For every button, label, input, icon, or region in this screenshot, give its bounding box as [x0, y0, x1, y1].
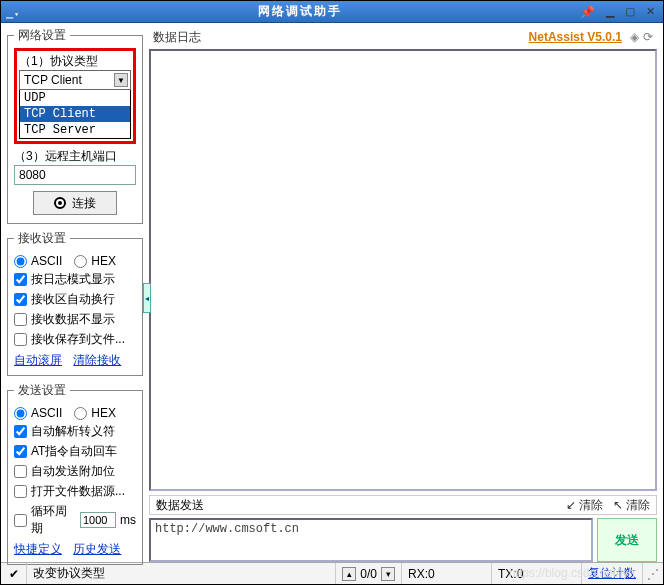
recv-hide-label[interactable]: 接收数据不显示: [31, 311, 115, 328]
send-cycle-unit: ms: [120, 513, 136, 527]
send-ascii-label[interactable]: ASCII: [31, 406, 62, 420]
protocol-selected-value: TCP Client: [24, 73, 82, 87]
recv-ascii-label[interactable]: ASCII: [31, 254, 62, 268]
recv-hide-check[interactable]: [14, 313, 27, 326]
receive-legend: 接收设置: [14, 230, 70, 247]
send-escape-label[interactable]: 自动解析转义符: [31, 423, 115, 440]
pin-icon[interactable]: 📌: [579, 4, 595, 20]
counter-next-button[interactable]: ▾: [381, 567, 395, 581]
port-input[interactable]: [14, 165, 136, 185]
clear-up-button[interactable]: ↖清除: [613, 497, 650, 514]
arrow-up-icon: ↖: [613, 498, 623, 512]
left-panel: 网络设置 （1）协议类型 TCP Client ▼ UDP TCP Client…: [1, 23, 149, 562]
protocol-dropdown-list: UDP TCP Client TCP Server: [19, 89, 131, 139]
status-rx: RX:0: [402, 563, 492, 584]
send-title: 数据发送: [156, 497, 204, 514]
send-shortcut-link[interactable]: 快捷定义: [14, 542, 62, 556]
send-extra-label[interactable]: 自动发送附加位: [31, 463, 115, 480]
recv-wrap-label[interactable]: 接收区自动换行: [31, 291, 115, 308]
log-textarea[interactable]: [149, 49, 657, 491]
send-hex-radio[interactable]: [74, 407, 87, 420]
status-counter: 0/0: [360, 567, 377, 581]
refresh-icon[interactable]: ⟳: [643, 30, 653, 44]
protocol-option-tcp-server[interactable]: TCP Server: [20, 122, 130, 138]
close-button[interactable]: ✕: [641, 4, 659, 20]
protocol-highlight-box: （1）协议类型 TCP Client ▼ UDP TCP Client TCP …: [14, 48, 136, 144]
send-legend: 发送设置: [14, 382, 70, 399]
send-input[interactable]: http://www.cmsoft.cn: [149, 518, 593, 562]
send-file-label[interactable]: 打开文件数据源...: [31, 483, 125, 500]
right-panel: ◂ 数据日志 NetAssist V5.0.1 ◈ ⟳ 数据发送 ↙清除 ↖清除…: [149, 23, 663, 562]
brand-link[interactable]: NetAssist V5.0.1: [529, 30, 622, 44]
recv-logmode-check[interactable]: [14, 273, 27, 286]
gem-icon[interactable]: ◈: [630, 30, 639, 44]
send-extra-check[interactable]: [14, 465, 27, 478]
network-legend: 网络设置: [14, 27, 70, 44]
send-history-link[interactable]: 历史发送: [73, 542, 121, 556]
log-title: 数据日志: [153, 29, 201, 46]
status-tx: TX:0: [492, 563, 582, 584]
protocol-option-udp[interactable]: UDP: [20, 90, 130, 106]
status-message: 改变协议类型: [27, 563, 336, 584]
protocol-dropdown[interactable]: TCP Client ▼: [19, 70, 131, 90]
send-atcr-check[interactable]: [14, 445, 27, 458]
recv-hex-radio[interactable]: [74, 255, 87, 268]
status-reset-cell: 复位计数: [582, 563, 643, 584]
send-cycle-check[interactable]: [14, 514, 27, 527]
protocol-option-tcp-client[interactable]: TCP Client: [20, 106, 130, 122]
counter-prev-button[interactable]: ▴: [342, 567, 356, 581]
dropdown-arrow-icon[interactable]: ▼: [114, 73, 128, 87]
splitter-handle[interactable]: ◂: [143, 283, 151, 313]
receive-settings-group: 接收设置 ASCII HEX 按日志模式显示 接收区自动换行 接收数据不显示 接…: [7, 230, 143, 376]
protocol-label: （1）协议类型: [19, 53, 131, 70]
status-counter-cell: ▴ 0/0 ▾: [336, 563, 402, 584]
send-cycle-label[interactable]: 循环周期: [31, 503, 76, 537]
port-label: （3）远程主机端口: [14, 148, 136, 165]
recv-save-check[interactable]: [14, 333, 27, 346]
recv-ascii-radio[interactable]: [14, 255, 27, 268]
system-menu-icon[interactable]: ⎯▾: [5, 4, 21, 20]
recv-wrap-check[interactable]: [14, 293, 27, 306]
resize-grip-icon[interactable]: ⋰: [643, 567, 663, 581]
recv-autoscroll-link[interactable]: 自动滚屏: [14, 353, 62, 367]
send-escape-check[interactable]: [14, 425, 27, 438]
send-cycle-input[interactable]: [80, 512, 116, 528]
network-settings-group: 网络设置 （1）协议类型 TCP Client ▼ UDP TCP Client…: [7, 27, 143, 224]
titlebar: ⎯▾ 网络调试助手 📌 ▁ ▢ ✕: [1, 1, 663, 23]
send-hex-label[interactable]: HEX: [91, 406, 116, 420]
send-settings-group: 发送设置 ASCII HEX 自动解析转义符 AT指令自动回车 自动发送附加位 …: [7, 382, 143, 565]
send-button[interactable]: 发送: [597, 518, 657, 562]
send-file-check[interactable]: [14, 485, 27, 498]
reset-counter-link[interactable]: 复位计数: [588, 565, 636, 582]
status-ready-icon[interactable]: ✔: [1, 563, 27, 584]
connect-indicator-icon: [54, 197, 66, 209]
recv-hex-label[interactable]: HEX: [91, 254, 116, 268]
recv-clear-link[interactable]: 清除接收: [73, 353, 121, 367]
clear-down-button[interactable]: ↙清除: [566, 497, 603, 514]
send-atcr-label[interactable]: AT指令自动回车: [31, 443, 117, 460]
recv-save-label[interactable]: 接收保存到文件...: [31, 331, 125, 348]
connect-label: 连接: [72, 195, 96, 212]
send-ascii-radio[interactable]: [14, 407, 27, 420]
window-title: 网络调试助手: [25, 3, 575, 20]
arrow-down-icon: ↙: [566, 498, 576, 512]
recv-logmode-label[interactable]: 按日志模式显示: [31, 271, 115, 288]
send-header: 数据发送 ↙清除 ↖清除: [149, 495, 657, 515]
statusbar: ✔ 改变协议类型 ▴ 0/0 ▾ RX:0 TX:0 复位计数 ⋰: [1, 562, 663, 584]
connect-button[interactable]: 连接: [33, 191, 117, 215]
minimize-button[interactable]: ▁: [601, 4, 619, 20]
maximize-button[interactable]: ▢: [621, 4, 639, 20]
